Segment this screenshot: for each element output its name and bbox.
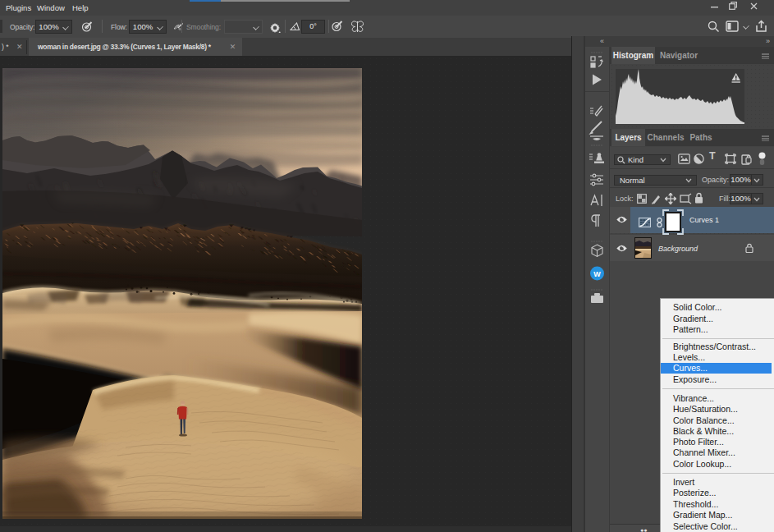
svg-text:W: W [593,270,601,278]
